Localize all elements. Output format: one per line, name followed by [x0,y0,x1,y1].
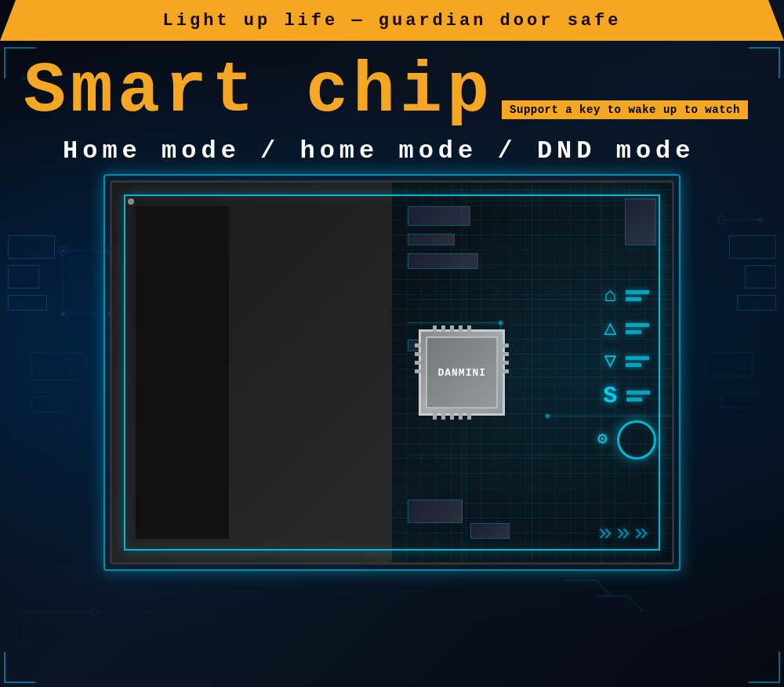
settings-icon-row: S [603,384,650,408]
device-container: DANMINI ⌂ △ [110,180,674,565]
home-icon-row: ⌂ [604,285,650,306]
up-icon-row: △ [604,318,650,339]
main-title: Smart chip [24,56,494,127]
arrow-icon-2: » [616,520,630,547]
bar [626,330,641,334]
settings-s-icon: S [603,384,617,408]
person-icon-row: ⚙ [597,420,656,460]
svg-rect-10 [31,392,71,412]
svg-rect-9 [31,353,86,380]
bar [626,356,649,360]
corner-br [749,652,780,683]
device-frame: DANMINI ⌂ △ [110,180,674,565]
corner-tr [749,47,780,78]
bar [626,391,650,394]
up-icon-bars [626,323,649,334]
down-arrow-icon: ▽ [604,351,617,372]
side-deco-left [8,235,55,317]
arrows-bottom: » » » [598,520,648,547]
home-icon-bars [626,290,649,301]
svg-rect-14 [706,353,753,376]
svg-point-7 [60,311,65,316]
bar [626,290,649,294]
down-icon-bars [626,356,649,367]
home-icon: ⌂ [604,285,617,306]
subtitle-badge: Support a key to wake up to watch [502,100,748,119]
mode-text: Home mode / home mode / DND mode [24,136,760,165]
corner-tl [4,47,35,78]
bar [626,297,641,301]
corner-bl [4,652,35,683]
up-arrow-icon: △ [604,318,617,339]
svg-point-13 [758,217,763,222]
down-icon-row: ▽ [604,351,650,372]
arrow-icon-1: » [598,520,612,547]
side-deco-right [729,235,776,317]
icons-panel: ⌂ △ ▽ [597,285,656,460]
person-icon: ⚙ [597,431,608,449]
big-circle-icon [617,420,656,460]
top-bar: Light up life — guardian door safe [0,0,784,41]
svg-rect-15 [721,392,760,408]
settings-icon-bars [626,391,650,402]
title-area: Smart chip Support a key to wake up to w… [0,41,784,165]
bar [626,398,642,402]
top-bar-text: Light up life — guardian door safe [163,11,622,31]
bar [626,323,649,327]
arrow-icon-3: » [634,520,648,547]
bar [626,363,641,367]
device-inner-border [124,194,660,551]
